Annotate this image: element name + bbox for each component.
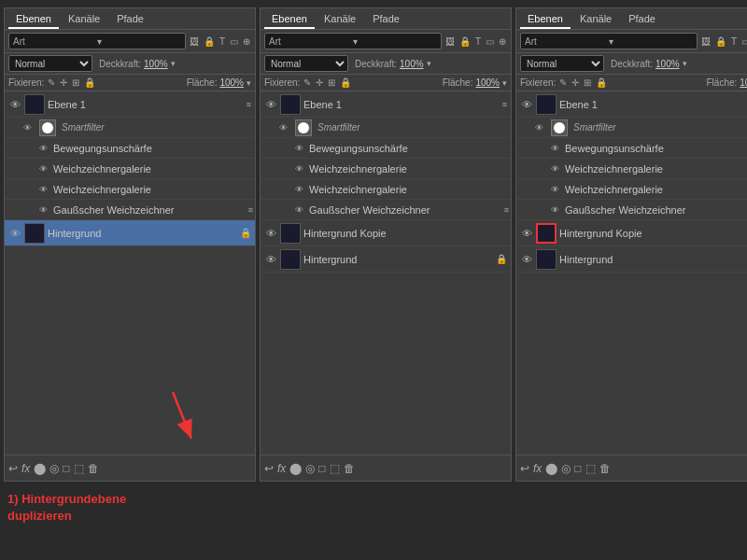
icon-shape[interactable]: ▭ [229, 35, 239, 48]
tab-ebenen-1[interactable]: Ebenen [8, 10, 59, 29]
bt-link-2[interactable]: ↩ [264, 462, 274, 475]
filter-wz1-p2[interactable]: 👁 Weichzeichnergalerie [261, 159, 511, 179]
bt-fx-2[interactable]: fx [277, 462, 286, 475]
filter-wz1-p3[interactable]: 👁 Weichzeichnergalerie [516, 159, 747, 179]
icon-lock-3[interactable]: 🔒 [714, 35, 727, 48]
fix-draw-3[interactable]: ✎ [558, 77, 568, 89]
bt-new-3[interactable]: ⬚ [585, 462, 596, 475]
icon-text-2[interactable]: T [474, 35, 482, 48]
mode-select-2[interactable]: Normal [264, 55, 348, 72]
bt-mask-3[interactable]: ⬤ [545, 462, 557, 475]
smartfilter-p2[interactable]: 👁 Smartfilter [261, 118, 511, 138]
icon-shape-2[interactable]: ▭ [485, 35, 495, 48]
fix-lock-2[interactable]: 🔒 [339, 77, 352, 89]
fix-artboard-3[interactable]: ⊞ [583, 77, 592, 89]
filter-wz2-p2[interactable]: 👁 Weichzeichnergalerie [261, 179, 511, 200]
icon-text[interactable]: T [218, 35, 226, 48]
fix-artboard[interactable]: ⊞ [71, 77, 80, 89]
icon-lock[interactable]: 🔒 [203, 35, 216, 48]
vis-hinter-p3[interactable]: 👁 [520, 254, 533, 265]
tab-ebenen-3[interactable]: Ebenen [520, 10, 571, 29]
fix-artboard-2[interactable]: ⊞ [327, 77, 336, 89]
mode-select-1[interactable]: Normal [8, 55, 92, 72]
bt-new-2[interactable]: ⬚ [330, 462, 340, 475]
opacity-value-2[interactable]: 100% [400, 59, 424, 69]
opacity-value-1[interactable]: 100% [144, 59, 168, 69]
search-input-3[interactable]: Art ▾ [520, 33, 698, 49]
bt-group-3[interactable]: □ [574, 462, 581, 475]
fill-value-2[interactable]: 100% [475, 77, 500, 88]
bt-del-3[interactable]: 🗑 [599, 462, 611, 475]
bt-group-1[interactable]: □ [63, 462, 69, 475]
bt-mask-2[interactable]: ⬤ [289, 462, 302, 475]
bt-fx-1[interactable]: fx [21, 462, 30, 475]
filter-wz2-p1[interactable]: 👁 Weichzeichnergalerie [5, 179, 255, 200]
filter-bew-p2[interactable]: 👁 Bewegungsunschärfe [261, 138, 511, 159]
layer-hinterkopie-p2[interactable]: 👁 Hintergrund Kopie [261, 220, 511, 246]
smartfilter-p3[interactable]: 👁 Smartfilter [516, 118, 747, 138]
bt-fx-3[interactable]: fx [533, 462, 542, 475]
icon-image-3[interactable]: 🖼 [700, 35, 712, 48]
tab-pfade-1[interactable]: Pfade [109, 10, 151, 29]
layer-hinter-p2[interactable]: 👁 Hintergrund 🔒 [261, 246, 511, 273]
bt-del-1[interactable]: 🗑 [88, 462, 99, 475]
filter-gauss-p1[interactable]: 👁 Gaußscher Weichzeichner ≡ [5, 200, 255, 220]
tab-kanaele-1[interactable]: Kanäle [61, 10, 107, 29]
icon-smart[interactable]: ⊕ [242, 35, 251, 48]
filter-bew-p3[interactable]: 👁 Bewegungsunschärfe [516, 138, 747, 159]
tab-pfade-2[interactable]: Pfade [365, 10, 407, 29]
filter-bew-p1[interactable]: 👁 Bewegungsunschärfe [5, 138, 255, 159]
vis-icon-p1-e1[interactable]: 👁 [8, 99, 21, 110]
vis-hinter-p2[interactable]: 👁 [264, 254, 277, 265]
fix-draw[interactable]: ✎ [47, 77, 56, 89]
layer-ebene1-p1[interactable]: 👁 Ebene 1 ≡ [5, 91, 255, 118]
bt-adj-3[interactable]: ◎ [561, 462, 571, 475]
bt-link-1[interactable]: ↩ [8, 462, 18, 475]
opacity-value-3[interactable]: 100% [655, 59, 680, 69]
fix-lock[interactable]: 🔒 [83, 77, 96, 89]
filter-wz2-p3[interactable]: 👁 Weichzeichnergalerie [516, 179, 747, 200]
bt-adj-1[interactable]: ◎ [49, 462, 59, 475]
layer-hinter-p3[interactable]: 👁 Hintergrund 🔒 [516, 246, 747, 273]
layer-hinter-p1[interactable]: 👁 Hintergrund 🔒 [5, 220, 255, 246]
scroll-icon-p1-e1: ≡ [247, 100, 251, 109]
bt-group-2[interactable]: □ [318, 462, 325, 475]
fix-draw-2[interactable]: ✎ [303, 77, 312, 89]
icon-text-3[interactable]: T [730, 35, 738, 48]
layer-ebene1-p3[interactable]: 👁 Ebene 1 ≡ [516, 91, 747, 118]
bt-mask-1[interactable]: ⬤ [34, 462, 46, 475]
icon-image-2[interactable]: 🖼 [444, 35, 456, 48]
vis-icon-p3-e1[interactable]: 👁 [520, 99, 533, 110]
tab-pfade-3[interactable]: Pfade [621, 10, 663, 29]
filter-gauss-p3[interactable]: 👁 Gaußscher Weichzeichner ≡ [516, 200, 747, 220]
fix-lock-3[interactable]: 🔒 [595, 77, 608, 89]
tab-kanaele-3[interactable]: Kanäle [572, 10, 619, 29]
vis-hinterkopie-p2[interactable]: 👁 [264, 228, 277, 239]
search-input-2[interactable]: Art ▾ [264, 33, 442, 49]
vis-hinterkopie-p3[interactable]: 👁 [520, 228, 533, 239]
mode-select-3[interactable]: Normal [520, 55, 604, 72]
vis-hinter-p1[interactable]: 👁 [8, 228, 21, 239]
icon-smart-2[interactable]: ⊕ [498, 35, 507, 48]
layer-ebene1-p2[interactable]: 👁 Ebene 1 ≡ [261, 91, 511, 118]
fix-move-2[interactable]: ✛ [315, 77, 324, 89]
fix-move[interactable]: ✛ [59, 77, 68, 89]
smartfilter-p1[interactable]: 👁 Smartfilter [5, 118, 255, 138]
icon-lock-2[interactable]: 🔒 [458, 35, 472, 48]
bt-link-3[interactable]: ↩ [520, 462, 529, 475]
vis-icon-p2-e1[interactable]: 👁 [264, 99, 277, 110]
layer-hinterkopie-p3[interactable]: 👁 Hintergrund Kopie 2) [516, 220, 747, 246]
search-input-1[interactable]: Art ▾ [8, 33, 186, 49]
icon-image[interactable]: 🖼 [189, 35, 200, 48]
bt-del-2[interactable]: 🗑 [344, 462, 355, 475]
bt-adj-2[interactable]: ◎ [305, 462, 315, 475]
tab-kanaele-2[interactable]: Kanäle [317, 10, 363, 29]
bt-new-1[interactable]: ⬚ [74, 462, 84, 475]
fill-value-3[interactable]: 100 [740, 77, 747, 88]
fill-value-1[interactable]: 100% [219, 77, 244, 88]
filter-wz1-p1[interactable]: 👁 Weichzeichnergalerie [5, 159, 255, 179]
fix-move-3[interactable]: ✛ [571, 77, 580, 89]
tab-ebenen-2[interactable]: Ebenen [264, 10, 315, 29]
icon-shape-3[interactable]: ▭ [740, 35, 747, 48]
filter-gauss-p2[interactable]: 👁 Gaußscher Weichzeichner ≡ [261, 200, 511, 220]
